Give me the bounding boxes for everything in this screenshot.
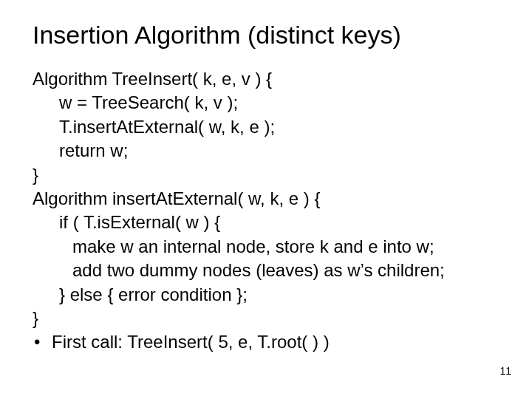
- code-line: add two dummy nodes (leaves) as w’s chil…: [33, 259, 499, 282]
- code-line: Algorithm insertAtExternal( w, k, e ) {: [33, 187, 499, 211]
- code-line: Algorithm TreeInsert( k, e, v ) {: [33, 67, 499, 91]
- code-line: }: [33, 163, 499, 187]
- code-line: return w;: [33, 139, 499, 163]
- slide-body: Algorithm TreeInsert( k, e, v ) { w = Tr…: [33, 67, 499, 355]
- slide: Insertion Algorithm (distinct keys) Algo…: [0, 0, 532, 399]
- code-line: T.insertAtExternal( w, k, e );: [33, 115, 499, 139]
- code-line: }: [33, 307, 499, 330]
- code-line: } else { error condition };: [33, 283, 499, 307]
- slide-title: Insertion Algorithm (distinct keys): [33, 21, 499, 50]
- bullet-text: First call: TreeInsert( 5, e, T.root( ) …: [52, 330, 330, 354]
- code-line: w = TreeSearch( k, v );: [33, 91, 499, 115]
- bullet-icon: •: [33, 330, 52, 354]
- page-number: 11: [499, 365, 511, 377]
- bullet-line: • First call: TreeInsert( 5, e, T.root( …: [33, 330, 499, 354]
- code-line: make w an internal node, store k and e i…: [33, 235, 499, 259]
- code-line: if ( T.isExternal( w ) {: [33, 211, 499, 234]
